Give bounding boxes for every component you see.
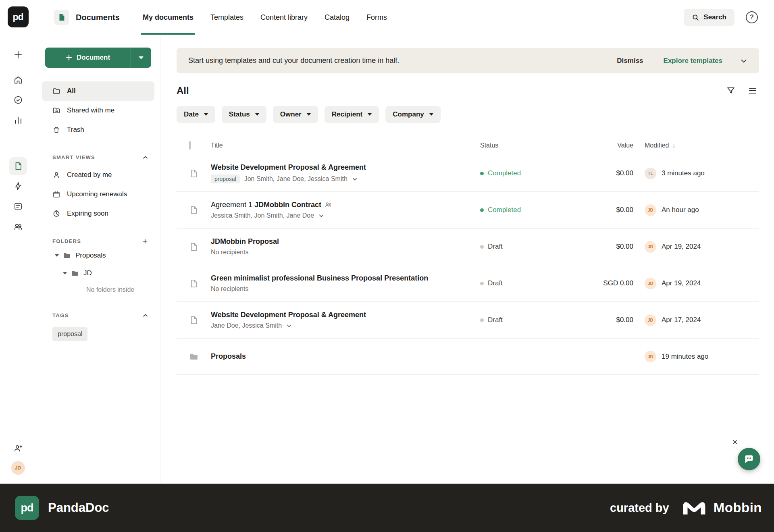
new-document-button[interactable]: Document (45, 48, 131, 68)
folder-icon (63, 251, 71, 260)
reports-icon[interactable] (9, 111, 27, 129)
pandadoc-footer-logo: pd (15, 496, 39, 520)
home-icon[interactable] (9, 71, 27, 89)
filter-owner[interactable]: Owner (273, 106, 318, 123)
tab-my-documents[interactable]: My documents (143, 0, 194, 35)
folder-proposals[interactable]: Proposals (36, 247, 160, 264)
trash-icon (52, 126, 60, 134)
dismiss-button[interactable]: Dismiss (617, 57, 643, 65)
caret-down-icon[interactable] (55, 254, 59, 257)
modified-time: 3 minutes ago (662, 169, 705, 177)
folder-label: JD (83, 269, 92, 277)
sidebar-nav: All Shared with me Trash (36, 81, 160, 139)
avatar: JD (645, 278, 656, 289)
table-row[interactable]: Website Development Proposal & Agreement… (177, 155, 759, 192)
tab-catalog[interactable]: Catalog (325, 0, 350, 35)
pandadoc-logo[interactable]: pd (8, 6, 29, 27)
column-modified[interactable]: Modified ↓ (633, 142, 759, 149)
folder-icon (189, 352, 211, 362)
list-view-icon[interactable] (748, 86, 757, 96)
filter-status[interactable]: Status (222, 106, 266, 123)
folder-jd[interactable]: JD (36, 264, 160, 282)
folder-label: Proposals (75, 251, 106, 260)
folder-icon (52, 87, 60, 95)
status-label: Completed (488, 169, 521, 177)
smart-view-expiring-soon[interactable]: Expiring soon (42, 204, 154, 223)
filter-icon[interactable] (726, 86, 736, 96)
filter-date[interactable]: Date (177, 106, 215, 123)
chevron-down-icon[interactable] (740, 57, 747, 64)
collapse-chevron-icon[interactable] (141, 153, 150, 162)
table-row[interactable]: JDMobbin Proposal No recipients Draft $0… (177, 229, 759, 265)
explore-templates-link[interactable]: Explore templates (664, 57, 722, 65)
modified-time: An hour ago (662, 206, 699, 214)
new-document-dropdown[interactable] (131, 48, 151, 68)
table-row[interactable]: Green minimalist professional Business P… (177, 265, 759, 302)
avatar: JD (645, 241, 656, 253)
chat-close-icon[interactable]: ✕ (732, 438, 738, 447)
table-row-folder[interactable]: Proposals JD 19 minutes ago (177, 339, 759, 375)
create-icon[interactable] (9, 46, 27, 64)
caret-down-icon[interactable] (63, 272, 67, 274)
automations-icon[interactable] (9, 177, 27, 195)
tasks-icon[interactable] (9, 91, 27, 109)
invite-user-icon[interactable] (9, 439, 27, 457)
new-document-label: Document (77, 54, 110, 62)
select-all-checkbox[interactable] (189, 141, 191, 150)
sidebar-item-shared[interactable]: Shared with me (42, 101, 154, 120)
expand-recipients-icon[interactable] (352, 176, 358, 182)
documents-table: Title Status Value Modified ↓ (177, 136, 759, 375)
user-avatar[interactable]: JD (11, 461, 25, 475)
document-value: $0.00 (572, 316, 633, 324)
column-modified-label: Modified (645, 142, 669, 149)
search-button[interactable]: Search (684, 9, 734, 26)
table-header: Title Status Value Modified ↓ (177, 136, 759, 155)
expand-recipients-icon[interactable] (286, 323, 292, 328)
column-status[interactable]: Status (475, 142, 572, 149)
mobbin-brand-name: Mobbin (714, 500, 762, 515)
document-icon (189, 242, 211, 251)
filter-label: Status (229, 110, 250, 118)
mobbin-logo (681, 499, 707, 516)
filter-label: Owner (280, 110, 302, 118)
modified-time: Apr 19, 2024 (662, 243, 701, 251)
add-folder-icon[interactable]: + (141, 237, 150, 245)
column-value[interactable]: Value (572, 142, 633, 149)
table-row[interactable]: Website Development Proposal & Agreement… (177, 302, 759, 339)
templates-banner: Start using templates and cut your docum… (177, 48, 759, 73)
folders-section-header: FOLDERS + (52, 235, 150, 247)
expand-recipients-icon[interactable] (318, 213, 324, 218)
row-tag-proposal[interactable]: proposal (211, 175, 240, 183)
column-title[interactable]: Title (211, 142, 475, 149)
modified-time: 19 minutes ago (662, 353, 708, 361)
status-badge: Completed (475, 206, 572, 214)
smart-view-upcoming-renewals[interactable]: Upcoming renewals (42, 185, 154, 204)
chat-launcher-button[interactable]: ✕ (738, 448, 760, 470)
status-label: Draft (488, 243, 503, 251)
document-value: $0.00 (572, 169, 633, 177)
tab-templates[interactable]: Templates (210, 0, 243, 35)
empty-folder-note: No folders inside (36, 282, 160, 297)
table-row[interactable]: Agreement 1 JDMobbin Contract Jessica Sm… (177, 192, 759, 229)
folder-name: Proposals (211, 352, 475, 361)
recipients: No recipients (211, 249, 248, 256)
sidebar-item-label: All (67, 87, 76, 95)
tab-forms[interactable]: Forms (366, 0, 387, 35)
smart-view-created-by-me[interactable]: Created by me (42, 165, 154, 185)
sidebar-item-trash[interactable]: Trash (42, 120, 154, 139)
status-dot (480, 318, 484, 322)
shared-folder-icon (52, 106, 60, 114)
document-value: SGD 0.00 (572, 279, 633, 287)
filter-recipient[interactable]: Recipient (325, 106, 379, 123)
app-window: pd (0, 0, 774, 484)
help-icon[interactable]: ? (746, 11, 758, 23)
list-heading: All (177, 85, 189, 96)
forms-icon[interactable] (9, 197, 27, 215)
tab-content-library[interactable]: Content library (260, 0, 308, 35)
contacts-icon[interactable] (9, 218, 27, 235)
tag-proposal[interactable]: proposal (52, 327, 87, 341)
collapse-chevron-icon[interactable] (141, 311, 150, 320)
filter-company[interactable]: Company (385, 106, 440, 123)
sidebar-item-all[interactable]: All (42, 81, 154, 101)
documents-icon[interactable] (9, 157, 27, 175)
